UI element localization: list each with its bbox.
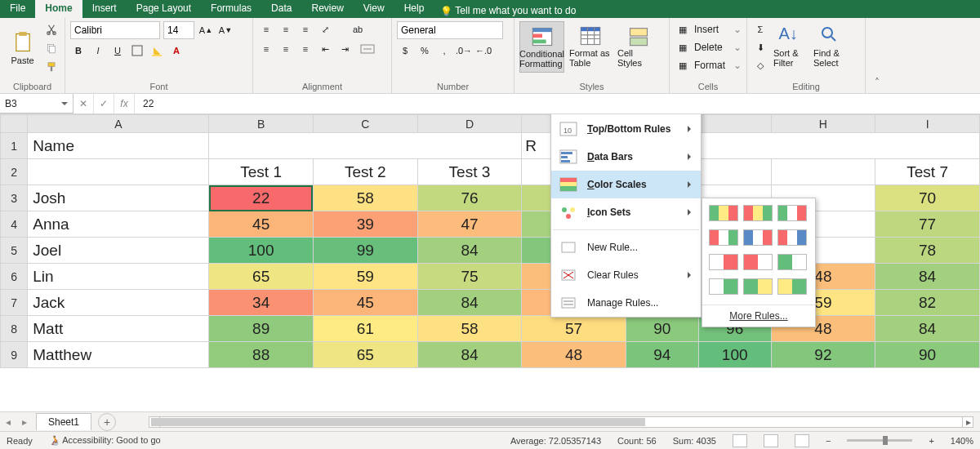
merge-center-button[interactable] — [356, 41, 379, 57]
cell-styles-button[interactable]: Cell Styles — [616, 21, 661, 71]
zoom-slider-knob[interactable] — [883, 436, 888, 445]
sheet-nav-next[interactable]: ▸ — [16, 416, 33, 428]
normal-view-button[interactable] — [733, 434, 747, 447]
align-top-button[interactable]: ≡ — [258, 21, 274, 38]
column-header[interactable]: D — [417, 115, 522, 133]
format-cells-button[interactable]: ▦Format⌄ — [675, 57, 742, 73]
tab-view[interactable]: View — [354, 0, 394, 18]
color-scale-option[interactable] — [777, 229, 807, 246]
tab-data[interactable]: Data — [261, 0, 301, 18]
cell[interactable]: 48 — [522, 342, 626, 368]
font-size-combo[interactable] — [163, 21, 194, 39]
tab-home[interactable]: Home — [35, 0, 82, 18]
color-scale-option[interactable] — [709, 278, 738, 295]
border-button[interactable] — [129, 42, 145, 59]
cell[interactable]: 92 — [771, 342, 875, 368]
color-scales-submenu[interactable]: More Rules... — [702, 198, 816, 327]
column-header[interactable]: B — [209, 115, 314, 133]
italic-button[interactable]: I — [90, 42, 106, 59]
enter-formula-button[interactable]: ✓ — [94, 94, 114, 113]
cell[interactable]: Anna — [28, 211, 209, 238]
cell[interactable]: Name — [28, 133, 209, 159]
formula-content[interactable]: 22 — [135, 98, 162, 109]
hscroll-right[interactable]: ▸ — [962, 417, 973, 427]
zoom-slider[interactable] — [847, 439, 912, 442]
insert-cells-button[interactable]: ▦Insert⌄ — [675, 21, 742, 38]
decrease-decimal-button[interactable]: ←.0 — [475, 42, 492, 59]
cell[interactable]: Matthew — [28, 342, 209, 368]
align-middle-button[interactable]: ≡ — [278, 21, 294, 38]
cell[interactable]: 88 — [209, 342, 314, 368]
cell[interactable]: 39 — [313, 211, 417, 238]
row-header[interactable]: 3 — [1, 185, 28, 211]
autosum-button[interactable]: Σ — [752, 21, 768, 38]
cell[interactable]: 78 — [875, 238, 980, 264]
cell[interactable]: 99 — [313, 238, 417, 264]
paste-button[interactable]: Paste — [5, 28, 40, 69]
page-layout-view-button[interactable] — [764, 434, 778, 447]
row-header[interactable]: 9 — [1, 342, 28, 368]
column-header[interactable]: H — [771, 115, 875, 133]
cell[interactable]: 65 — [209, 264, 314, 290]
select-all-cell[interactable] — [1, 115, 28, 133]
number-format-combo[interactable] — [397, 21, 503, 39]
cell[interactable]: 84 — [417, 290, 522, 316]
cell[interactable]: 47 — [417, 211, 522, 238]
column-header[interactable]: A — [28, 115, 209, 133]
cell[interactable]: Josh — [28, 185, 209, 211]
color-scale-option[interactable] — [709, 229, 738, 246]
cell[interactable]: Jack — [28, 290, 209, 316]
orientation-button[interactable]: ⤢ — [317, 21, 333, 38]
cf-menu-new-rule[interactable]: New Rule... — [551, 233, 701, 261]
tell-me-search[interactable]: 💡Tell me what you want to do — [434, 0, 582, 18]
row-header[interactable]: 5 — [1, 238, 28, 264]
cf-menu-icon-sets[interactable]: Icon Sets — [551, 198, 701, 226]
cell[interactable]: 45 — [313, 290, 417, 316]
add-sheet-button[interactable]: + — [98, 413, 116, 431]
cf-menu-clear-rules[interactable]: Clear Rules — [551, 261, 701, 289]
cf-menu-color-scales[interactable]: Color Scales — [551, 171, 701, 198]
align-center-button[interactable]: ≡ — [278, 41, 294, 57]
color-scale-option[interactable] — [743, 278, 773, 295]
color-scale-option[interactable] — [709, 205, 738, 221]
format-as-table-button[interactable]: Format as Table — [568, 21, 612, 71]
cell[interactable]: Test 7 — [875, 159, 980, 185]
page-break-view-button[interactable] — [795, 434, 809, 447]
conditional-formatting-button[interactable]: Conditional Formatting — [519, 21, 564, 73]
column-header[interactable]: C — [313, 115, 417, 133]
cf-menu-data-bars[interactable]: Data Bars — [551, 143, 701, 171]
cell[interactable]: 76 — [417, 185, 522, 211]
cell[interactable]: 89 — [209, 316, 314, 342]
sheet-nav-prev[interactable]: ◂ — [0, 416, 16, 428]
tab-file[interactable]: File — [0, 0, 35, 18]
find-select-button[interactable]: Find & Select — [812, 21, 849, 71]
decrease-indent-button[interactable]: ⇤ — [317, 41, 333, 57]
underline-button[interactable]: U — [109, 42, 126, 59]
cf-menu-manage-rules[interactable]: Manage Rules... — [551, 289, 701, 317]
clear-button[interactable]: ◇ — [752, 57, 768, 73]
color-scale-option[interactable] — [777, 278, 807, 295]
worksheet-grid[interactable]: ABCDEHI1NameR2Test 1Test 2Test 3Test 4Te… — [0, 114, 980, 368]
sheet-tab[interactable]: Sheet1 — [36, 413, 91, 430]
row-header[interactable]: 1 — [1, 133, 28, 159]
hscroll-thumb[interactable] — [151, 418, 645, 426]
align-left-button[interactable]: ≡ — [258, 41, 274, 57]
cell[interactable]: 75 — [417, 264, 522, 290]
cell[interactable]: 59 — [313, 264, 417, 290]
cell[interactable]: Matt — [28, 316, 209, 342]
comma-button[interactable]: , — [436, 42, 452, 59]
cell[interactable]: Test 2 — [313, 159, 417, 185]
row-header[interactable]: 8 — [1, 316, 28, 342]
increase-indent-button[interactable]: ⇥ — [336, 41, 353, 57]
color-scale-option[interactable] — [777, 254, 807, 270]
cancel-formula-button[interactable]: ✕ — [74, 94, 94, 113]
name-box[interactable]: B3 — [0, 94, 74, 113]
color-scale-option[interactable] — [777, 205, 807, 221]
collapse-ribbon-button[interactable]: ˄ — [866, 18, 889, 93]
cell[interactable]: 58 — [417, 316, 522, 342]
cell[interactable]: 94 — [626, 342, 698, 368]
color-scale-option[interactable] — [743, 254, 773, 270]
tab-review[interactable]: Review — [301, 0, 353, 18]
accessibility-status[interactable]: 🧑‍🦽 Accessibility: Good to go — [49, 435, 161, 446]
row-header[interactable]: 4 — [1, 211, 28, 238]
